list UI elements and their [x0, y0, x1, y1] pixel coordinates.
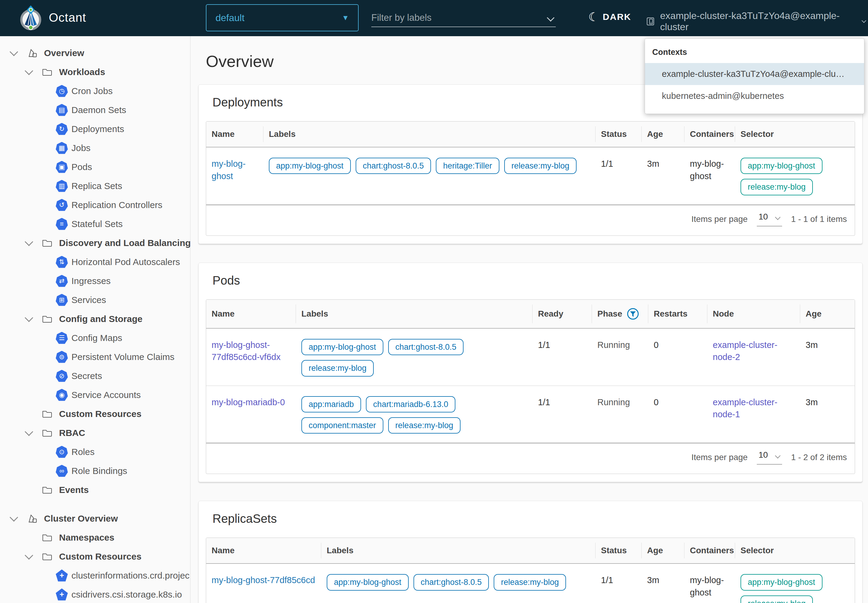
replicaset-name-link[interactable]: my-blog-ghost-77df85c6cd [212, 575, 315, 585]
sidebar-item-horizontal-pod-autoscalers[interactable]: ⇅ Horizontal Pod Autoscalers [0, 252, 190, 271]
applications-icon [23, 47, 40, 59]
pod-name-link[interactable]: my-blog-mariadb-0 [212, 397, 285, 407]
persistent-volume-claims-icon: ⊜ [56, 351, 68, 363]
sidebar-item-service-accounts[interactable]: ◉ Service Accounts [0, 385, 190, 404]
sidebar-item-label: Config and Storage [59, 314, 142, 324]
sidebar-item-cron-jobs[interactable]: ◷ Cron Jobs [0, 81, 190, 100]
sidebar-item-persistent-volume-claims[interactable]: ⊜ Persistent Volume Claims [0, 347, 190, 366]
deployment-name-link[interactable]: my-blog-ghost [212, 159, 246, 181]
label-tag: component:master [301, 417, 383, 434]
sidebar-item-stateful-sets[interactable]: ≡ Stateful Sets [0, 214, 190, 233]
replicasets-table: Name Labels Status Age Containers Select… [206, 538, 855, 603]
dark-theme-toggle[interactable]: ☾ DARK [588, 11, 632, 23]
sidebar-item-clusterinformations-crd[interactable]: + clusterinformations.crd.projec [0, 566, 190, 585]
items-per-page-label: Items per page [691, 453, 748, 462]
folder-icon [39, 314, 56, 325]
phase-cell: Running [592, 328, 648, 386]
filter-icon[interactable] [627, 308, 639, 320]
chevron-down-icon[interactable] [4, 51, 23, 55]
table-row: my-blog-ghost-77df85c6cd-vf6dx app:my-bl… [206, 328, 855, 386]
label-tag: heritage:Tiller [436, 158, 499, 174]
sidebar-item-services[interactable]: ⊞ Services [0, 290, 190, 309]
chevron-down-icon[interactable] [19, 70, 39, 74]
pagination: Items per page 10 1 - 1 of 1 items [215, 212, 847, 226]
chevron-down-icon[interactable] [4, 517, 23, 520]
sidebar-item-roles[interactable]: ⊙ Roles [0, 442, 190, 461]
sidebar-item-custom-resources-cluster[interactable]: Custom Resources [0, 547, 190, 566]
role-bindings-icon: ∞ [56, 465, 68, 477]
moon-icon: ☾ [588, 11, 599, 23]
deployments-table: Name Labels Status Age Containers Select… [206, 121, 855, 236]
sidebar-item-daemon-sets[interactable]: ▤ Daemon Sets [0, 100, 190, 119]
label-filter-input[interactable]: Filter by labels [371, 9, 556, 27]
column-header-phase: Phase [597, 309, 622, 319]
page-size-select[interactable]: 10 [757, 450, 782, 465]
horizontal-pod-autoscalers-icon: ⇅ [56, 256, 68, 268]
selector-tag: release:my-blog [740, 595, 813, 603]
items-per-page-label: Items per page [691, 214, 748, 224]
chevron-down-icon [862, 18, 866, 23]
sidebar-item-config-maps[interactable]: ☰ Config Maps [0, 328, 190, 347]
context-menu-item[interactable]: example-cluster-ka3TuTzYo4a@example-clu… [645, 63, 864, 85]
sidebar-item-config-and-storage[interactable]: Config and Storage [0, 309, 190, 328]
namespace-select[interactable]: default ▼ [206, 4, 359, 31]
sidebar-item-rbac[interactable]: RBAC [0, 423, 190, 442]
sidebar-item-csidrivers-crd[interactable]: + csidrivers.csi.storage.k8s.io [0, 585, 190, 603]
custom-resource-definition-icon: + [56, 569, 68, 581]
sidebar-item-label: Custom Resources [59, 552, 141, 562]
sidebar-item-role-bindings[interactable]: ∞ Role Bindings [0, 461, 190, 480]
caret-down-icon: ▼ [342, 14, 349, 22]
sidebar-item-deployments[interactable]: ↻ Deployments [0, 119, 190, 138]
sidebar-item-replication-controllers[interactable]: ↺ Replication Controllers [0, 195, 190, 214]
services-icon: ⊞ [56, 294, 68, 306]
sidebar-item-ingresses[interactable]: ⇄ Ingresses [0, 271, 190, 290]
pods-table: Name Labels Ready Phase [206, 299, 855, 474]
folder-icon [39, 484, 56, 495]
column-header-selector: Selector [735, 538, 855, 563]
chevron-down-icon[interactable] [19, 555, 39, 558]
pod-name-link[interactable]: my-blog-ghost-77df85c6cd-vf6dx [212, 340, 281, 362]
sidebar-item-custom-resources[interactable]: Custom Resources [0, 404, 190, 423]
sidebar-item-label: Service Accounts [71, 390, 141, 400]
context-menu-item[interactable]: kubernetes-admin@kubernetes [645, 85, 864, 107]
pagination-range: 1 - 2 of 2 items [791, 453, 847, 462]
folder-icon [39, 408, 56, 419]
sidebar-item-workloads[interactable]: Workloads [0, 62, 190, 81]
page-size-value: 10 [758, 450, 768, 460]
sidebar-item-cluster-overview[interactable]: Cluster Overview [0, 509, 190, 528]
roles-icon: ⊙ [56, 446, 68, 458]
sidebar-item-replica-sets[interactable]: ▥ Replica Sets [0, 176, 190, 195]
pagination-range: 1 - 1 of 1 items [791, 214, 847, 224]
node-link[interactable]: example-cluster-node-1 [713, 397, 777, 419]
sidebar-item-discovery-and-load-balancing[interactable]: Discovery and Load Balancing [0, 233, 190, 252]
sidebar-item-label: Workloads [59, 67, 105, 77]
table-row: my-blog-mariadb-0 app:mariadb chart:mari… [206, 386, 855, 443]
page-size-select[interactable]: 10 [757, 212, 782, 226]
sidebar-item-jobs[interactable]: ▦ Jobs [0, 138, 190, 158]
sidebar-item-events[interactable]: Events [0, 480, 190, 499]
sidebar-item-label: Custom Resources [59, 409, 141, 419]
replica-sets-icon: ▥ [56, 180, 68, 192]
age-cell: 3m [642, 147, 684, 205]
sidebar-item-overview[interactable]: Overview [0, 43, 190, 62]
ingresses-icon: ⇄ [56, 275, 68, 287]
replication-controllers-icon: ↺ [56, 199, 68, 211]
status-cell: 1/1 [596, 147, 642, 205]
sidebar-item-label: Replication Controllers [71, 200, 162, 210]
cron-jobs-icon: ◷ [56, 85, 68, 97]
column-header-labels: Labels [296, 300, 533, 328]
context-selector[interactable]: example-cluster-ka3TuTzYo4a@example-clus… [646, 10, 868, 32]
sidebar-item-namespaces[interactable]: Namespaces [0, 528, 190, 547]
chevron-down-icon[interactable] [19, 431, 39, 435]
node-link[interactable]: example-cluster-node-2 [713, 340, 777, 362]
secrets-icon: ⊘ [56, 370, 68, 382]
sidebar-item-secrets[interactable]: ⊘ Secrets [0, 366, 190, 385]
sidebar-item-label: Events [59, 485, 89, 495]
sidebar-item-pods[interactable]: ▣ Pods [0, 158, 190, 176]
chevron-down-icon[interactable] [19, 317, 39, 321]
column-header-restarts: Restarts [648, 300, 707, 328]
cluster-icon [646, 16, 655, 26]
replicasets-card-title: ReplicaSets [213, 512, 855, 526]
chevron-down-icon[interactable] [19, 241, 39, 245]
label-tag: chart:ghost-8.0.5 [356, 158, 431, 174]
